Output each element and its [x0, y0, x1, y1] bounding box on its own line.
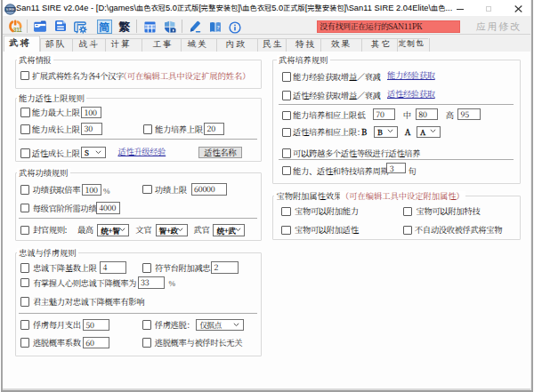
svg-text:311: 311 — [13, 27, 22, 33]
svg-text:?: ? — [216, 23, 219, 29]
svg-text:SIRE: SIRE — [6, 7, 15, 12]
